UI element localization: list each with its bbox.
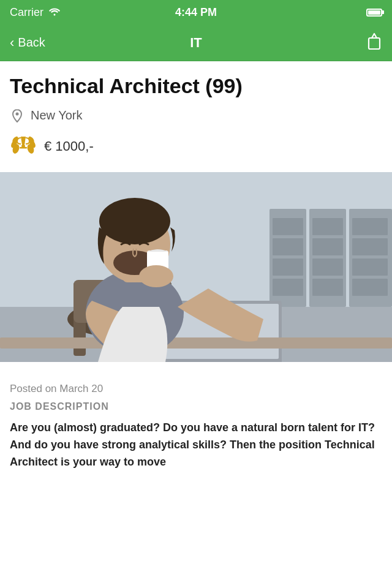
svg-rect-20 <box>312 238 343 255</box>
svg-rect-23 <box>352 218 388 235</box>
laurel-svg <box>10 132 37 156</box>
status-time: 4:44 PM <box>175 6 217 19</box>
svg-point-1 <box>16 112 19 115</box>
job-scene-svg <box>0 172 392 362</box>
svg-rect-24 <box>352 238 388 255</box>
wifi-icon <box>48 6 61 18</box>
svg-point-42 <box>139 265 173 287</box>
job-description: Are you (almost) graduated? Do you have … <box>10 420 382 471</box>
job-image <box>0 172 392 362</box>
salary-text: € 1000,- <box>44 138 94 154</box>
section-label: JOB DESCRIPTION <box>10 401 382 412</box>
svg-rect-22 <box>312 279 343 296</box>
svg-rect-17 <box>273 258 303 276</box>
salary-row: € 1000,- <box>10 132 382 161</box>
svg-rect-15 <box>273 218 303 235</box>
job-title: Technical Architect (99) <box>10 74 382 99</box>
svg-rect-19 <box>312 218 343 235</box>
location-icon <box>10 108 24 123</box>
svg-rect-25 <box>352 258 388 276</box>
status-left: Carrier <box>10 6 61 19</box>
svg-rect-18 <box>273 279 303 296</box>
svg-rect-0 <box>369 38 380 49</box>
svg-point-39 <box>99 198 170 244</box>
svg-rect-9 <box>20 147 27 149</box>
share-button[interactable] <box>366 32 382 54</box>
back-chevron-icon: ‹ <box>10 35 14 51</box>
trophy-icon <box>10 132 37 161</box>
status-bar: Carrier 4:44 PM <box>0 0 392 24</box>
nav-title: IT <box>190 35 202 51</box>
post-image-content: Posted on March 20 JOB DESCRIPTION Are y… <box>0 362 392 471</box>
back-label: Back <box>18 36 45 50</box>
nav-bar: ‹ Back IT <box>0 24 392 61</box>
svg-rect-35 <box>0 337 392 349</box>
svg-rect-8 <box>21 145 25 147</box>
content-area: Technical Architect (99) New York <box>0 61 392 161</box>
location-text: New York <box>31 108 83 123</box>
posted-date: Posted on March 20 <box>10 383 382 395</box>
battery-icon <box>366 9 382 17</box>
carrier-label: Carrier <box>10 6 43 19</box>
status-right <box>366 9 382 17</box>
location-row: New York <box>10 108 382 123</box>
svg-rect-21 <box>312 258 343 276</box>
svg-rect-26 <box>352 279 388 296</box>
svg-rect-16 <box>273 238 303 255</box>
back-button[interactable]: ‹ Back <box>10 35 45 51</box>
